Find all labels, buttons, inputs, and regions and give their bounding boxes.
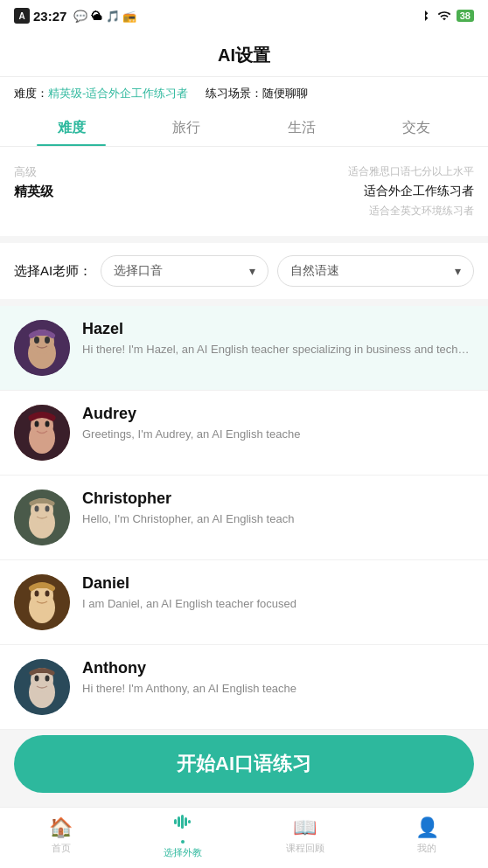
svg-point-18 <box>35 591 39 597</box>
start-button-container: 开始AI口语练习 <box>0 721 488 807</box>
teacher-info-hazel: Hazel Hi there! I'm Hazel, an AI English… <box>82 320 474 358</box>
avatar-anthony <box>14 659 70 715</box>
avatar-face-hazel <box>14 320 70 376</box>
nav-profile[interactable]: 👤 我的 <box>366 808 489 868</box>
teacher-info-audrey: Audrey Greetings, I'm Audrey, an AI Engl… <box>82 405 474 442</box>
page-title: AI设置 <box>218 45 270 65</box>
avatar-face-christopher <box>14 490 70 545</box>
app-icon: A <box>14 8 30 24</box>
teacher-info-anthony: Anthony Hi there! I'm Anthony, an AI Eng… <box>82 659 474 697</box>
avatar-face-daniel <box>14 574 70 630</box>
nav-active-dot <box>181 840 185 844</box>
nav-profile-label: 我的 <box>417 842 436 855</box>
tabs-row: 难度 旅行 生活 交友 <box>0 110 488 147</box>
page-header: AI设置 <box>0 31 488 77</box>
teacher-desc-anthony: Hi there! I'm Anthony, an AI English tea… <box>82 681 474 697</box>
speed-value: 自然语速 <box>290 263 339 279</box>
diff-desc-extra: 适合全英文环境练习者 <box>249 204 474 219</box>
svg-rect-29 <box>188 820 191 823</box>
nav-select-teacher[interactable]: 选择外教 <box>122 808 245 868</box>
profile-icon: 👤 <box>415 816 439 839</box>
teacher-desc-daniel: I am Daniel, an AI English teacher focus… <box>82 596 474 612</box>
avatar-face-audrey <box>14 405 70 461</box>
svg-rect-26 <box>178 816 180 827</box>
battery-level: 38 <box>457 10 474 22</box>
svg-point-14 <box>45 506 50 512</box>
diff-level-elite: 精英级 <box>14 184 239 200</box>
status-left: A 23:27 💬 🌥 🎵 📻 <box>14 8 136 24</box>
tab-difficulty[interactable]: 难度 <box>14 110 129 146</box>
teacher-info-christopher: Christopher Hello, I'm Christopher, an A… <box>82 490 474 527</box>
teacher-item-daniel[interactable]: Daniel I am Daniel, an AI English teache… <box>0 560 488 645</box>
svg-point-8 <box>35 421 39 427</box>
course-review-icon: 📖 <box>293 816 317 839</box>
teacher-selector-row: 选择AI老师： 选择口音 ▾ 自然语速 ▾ <box>0 243 488 299</box>
nav-select-teacher-label: 选择外教 <box>164 846 202 859</box>
select-teacher-icon <box>172 811 193 837</box>
svg-rect-25 <box>174 819 177 824</box>
teacher-item-audrey[interactable]: Audrey Greetings, I'm Audrey, an AI Engl… <box>0 391 488 476</box>
status-bar: A 23:27 💬 🌥 🎵 📻 38 <box>0 0 488 31</box>
svg-point-9 <box>45 421 50 427</box>
notif-icons: 💬 🌥 🎵 📻 <box>73 10 136 23</box>
diff-desc-high: 适合雅思口语七分以上水平 <box>249 164 474 180</box>
diff-desc-elite: 适合外企工作练习者 <box>249 184 474 200</box>
svg-point-3 <box>34 337 39 344</box>
teacher-item-hazel[interactable]: Hazel Hi there! I'm Hazel, an AI English… <box>0 306 488 391</box>
tab-life[interactable]: 生活 <box>244 110 359 146</box>
accent-dropdown[interactable]: 选择口音 ▾ <box>101 255 268 287</box>
teacher-desc-audrey: Greetings, I'm Audrey, an AI English tea… <box>82 427 474 442</box>
teacher-name-daniel: Daniel <box>82 574 474 593</box>
avatar-hazel <box>14 320 70 376</box>
status-right: 38 <box>418 9 474 23</box>
home-icon: 🏠 <box>49 816 73 839</box>
status-time: 23:27 <box>33 9 66 24</box>
bottom-nav: 🏠 首页 选择外教 📖 课程回顾 👤 我的 <box>0 807 488 868</box>
difficulty-section: 高级 适合雅思口语七分以上水平 精英级 适合外企工作练习者 适合全英文环境练习者 <box>0 147 488 236</box>
diff-level-high: 高级 <box>14 164 239 180</box>
scene-info: 练习场景：随便聊聊 <box>206 86 308 101</box>
speed-dropdown[interactable]: 自然语速 ▾ <box>277 255 474 287</box>
accent-dropdown-icon: ▾ <box>249 264 255 278</box>
teacher-list: Hazel Hi there! I'm Hazel, an AI English… <box>0 306 488 730</box>
svg-rect-28 <box>185 817 187 826</box>
avatar-face-anthony <box>14 659 70 715</box>
diff-info: 难度：精英级-适合外企工作练习者 <box>14 86 188 101</box>
teacher-name-christopher: Christopher <box>82 490 474 508</box>
teacher-name-anthony: Anthony <box>82 659 474 677</box>
avatar-audrey <box>14 405 70 461</box>
svg-point-23 <box>35 676 39 682</box>
svg-point-24 <box>45 676 50 682</box>
nav-course-review[interactable]: 📖 课程回顾 <box>244 808 366 868</box>
teacher-desc-christopher: Hello, I'm Christopher, an AI English te… <box>82 511 474 527</box>
teacher-item-anthony[interactable]: Anthony Hi there! I'm Anthony, an AI Eng… <box>0 645 488 730</box>
info-bar: 难度：精英级-适合外企工作练习者 练习场景：随便聊聊 <box>0 77 488 110</box>
selector-label: 选择AI老师： <box>14 263 92 280</box>
avatar-daniel <box>14 574 70 630</box>
accent-placeholder: 选择口音 <box>114 263 163 279</box>
svg-rect-27 <box>181 815 184 829</box>
nav-course-label: 课程回顾 <box>286 842 324 855</box>
nav-home-label: 首页 <box>52 842 71 855</box>
start-ai-button[interactable]: 开始AI口语练习 <box>14 735 474 793</box>
avatar-christopher <box>14 490 70 545</box>
speed-dropdown-icon: ▾ <box>455 264 461 278</box>
nav-home[interactable]: 🏠 首页 <box>0 808 122 868</box>
tab-social[interactable]: 交友 <box>359 110 475 146</box>
svg-point-4 <box>45 337 50 344</box>
svg-point-19 <box>45 591 50 597</box>
teacher-name-hazel: Hazel <box>82 320 474 338</box>
teacher-name-audrey: Audrey <box>82 405 474 423</box>
teacher-desc-hazel: Hi there! I'm Hazel, an AI English teach… <box>82 342 474 358</box>
bluetooth-icon <box>418 9 432 23</box>
wifi-icon <box>437 9 451 23</box>
teacher-item-christopher[interactable]: Christopher Hello, I'm Christopher, an A… <box>0 476 488 560</box>
teacher-info-daniel: Daniel I am Daniel, an AI English teache… <box>82 574 474 612</box>
svg-point-13 <box>35 506 39 512</box>
tab-travel[interactable]: 旅行 <box>129 110 245 146</box>
